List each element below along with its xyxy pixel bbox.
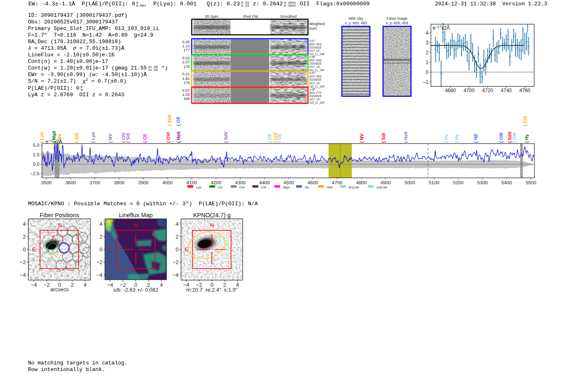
- svg-text:With Sky: With Sky: [348, 16, 363, 21]
- svg-text:4400: 4400: [259, 180, 270, 185]
- svg-text:0: 0: [23, 246, 26, 253]
- svg-text:4: 4: [160, 282, 163, 288]
- svg-text:0.21: 0.21: [182, 72, 190, 76]
- svg-text:{ NV: { NV: [359, 133, 364, 143]
- svg-text:176: 176: [183, 65, 190, 69]
- svg-text:2: 2: [23, 234, 26, 240]
- svg-text:−2: −2: [96, 259, 102, 265]
- svg-text:4000: 4000: [162, 180, 173, 185]
- svg-text:3700: 3700: [90, 180, 100, 185]
- svg-text:s/b: -2.63 +/- 0.082: s/b: -2.63 +/- 0.082: [113, 287, 158, 293]
- svg-text:v017_02: v017_02: [309, 98, 320, 101]
- svg-text:e−17x2Å: e−17x2Å: [432, 25, 450, 31]
- svg-text:1.13: 1.13: [182, 44, 190, 48]
- svg-text:4: 4: [23, 221, 26, 227]
- svg-text:x, y: 620, 453: x, y: 620, 453: [345, 21, 367, 25]
- svg-text:3500: 3500: [41, 180, 52, 185]
- svg-text:N: N: [58, 222, 62, 228]
- svg-text:Clean Image: Clean Image: [386, 16, 407, 21]
- svg-text:{ OIII: { OIII: [512, 132, 517, 143]
- svg-text:20200525: 20200525: [309, 95, 322, 97]
- svg-text:−2: −2: [44, 282, 50, 288]
- svg-text:0.22: 0.22: [182, 56, 190, 60]
- svg-text:(619, 462): (619, 462): [309, 75, 322, 78]
- svg-text:−4: −4: [96, 272, 102, 278]
- svg-text:{ NV: { NV: [108, 133, 113, 143]
- svg-text:3800: 3800: [114, 180, 125, 185]
- svg-text:Weighted: Weighted: [309, 22, 325, 26]
- svg-text:Sum: Sum: [309, 26, 317, 30]
- svg-text:{ SiIV: { SiIV: [507, 131, 512, 143]
- svg-text:1.82: 1.82: [182, 77, 190, 81]
- svg-text:v017_03: v017_03: [309, 65, 320, 69]
- svg-text:4800: 4800: [356, 180, 367, 185]
- svg-text:e−17x2Å: e−17x2Å: [46, 139, 62, 144]
- svg-text:(H)CaII: (H)CaII: [376, 186, 387, 189]
- svg-text:E: E: [109, 246, 112, 253]
- svg-text:{ OII: { OII: [176, 117, 181, 126]
- svg-text:2.07: 2.07: [182, 60, 190, 64]
- svg-text:3900: 3900: [138, 180, 149, 185]
- svg-text:177: 177: [183, 48, 190, 52]
- svg-text:5300: 5300: [477, 180, 488, 185]
- svg-text:Fiber Positions: Fiber Positions: [40, 212, 79, 218]
- svg-text:E: E: [185, 246, 188, 253]
- svg-text:Pixel Flat: Pixel Flat: [243, 14, 258, 19]
- svg-text:0: 0: [176, 246, 179, 253]
- svg-text:3600: 3600: [65, 180, 76, 185]
- svg-text:1.03: 1.03: [182, 93, 190, 97]
- svg-text:Lineflux Map: Lineflux Map: [119, 212, 153, 218]
- svg-text:2.5: 2.5: [33, 152, 39, 157]
- svg-text:176: 176: [183, 81, 190, 85]
- svg-text:4100: 4100: [186, 180, 197, 185]
- svg-text:5500: 5500: [526, 180, 537, 185]
- svg-text:4700: 4700: [332, 180, 343, 185]
- svg-text:2: 2: [426, 50, 429, 56]
- svg-text:{ CIII: { CIII: [523, 116, 527, 126]
- svg-text:4740: 4740: [501, 88, 512, 93]
- svg-text:−4: −4: [31, 282, 37, 288]
- svg-text:N: N: [210, 222, 214, 228]
- svg-text:Lyα: Lyα: [196, 186, 202, 189]
- svg-text:{ Hγ: { Hγ: [444, 134, 448, 143]
- svg-text:1.60": 1.60": [309, 88, 316, 91]
- svg-text:−4: −4: [107, 282, 113, 288]
- svg-text:{ Hβ: { Hβ: [473, 134, 478, 143]
- svg-text:{ Lyα: { Lyα: [91, 132, 95, 143]
- svg-text:196: 196: [183, 97, 190, 101]
- svg-text:4760: 4760: [519, 88, 530, 93]
- svg-text:0.97": 0.97": [309, 72, 316, 74]
- svg-text:4: 4: [84, 282, 86, 288]
- svg-text:{ OII: { OII: [277, 134, 282, 143]
- svg-text:4720: 4720: [482, 88, 493, 93]
- svg-text:m:20.7 re:2.4" s:1.0": m:20.7 re:2.4" s:1.0": [186, 287, 238, 293]
- svg-text:0.07: 0.07: [182, 88, 190, 93]
- svg-text:4200: 4200: [211, 180, 221, 185]
- svg-text:CIV: CIV: [239, 186, 245, 189]
- svg-text:20200525: 20200525: [309, 62, 322, 65]
- svg-text:4700: 4700: [464, 88, 475, 93]
- svg-text:4680: 4680: [445, 88, 456, 93]
- svg-text:−2: −2: [20, 259, 26, 265]
- svg-text:{ Hγ: { Hγ: [524, 134, 529, 143]
- svg-text:MgII: MgII: [283, 186, 290, 189]
- svg-text:x, y: 620, 453: x, y: 620, 453: [386, 21, 408, 25]
- svg-text:−2.5: −2.5: [30, 171, 39, 176]
- svg-text:arcsecs: arcsecs: [50, 286, 69, 292]
- svg-text:4300: 4300: [235, 180, 246, 185]
- svg-text:N: N: [134, 222, 138, 228]
- svg-text:5400: 5400: [502, 180, 512, 185]
- svg-text:{ HeII: { HeII: [176, 132, 181, 143]
- svg-text:(620, 453): (620, 453): [309, 43, 322, 46]
- svg-text:{ SiII: { SiII: [125, 133, 130, 143]
- svg-text:5.0: 5.0: [33, 143, 39, 148]
- svg-text:(619, 462): (619, 462): [309, 59, 322, 62]
- svg-text:0.67": 0.67": [309, 39, 316, 42]
- svg-text:Hγ: Hγ: [305, 186, 309, 189]
- svg-text:2: 2: [71, 282, 74, 288]
- svg-text:(K)CaII: (K)CaII: [349, 186, 359, 189]
- svg-text:5200: 5200: [453, 180, 464, 185]
- svg-text:Smoothed: Smoothed: [280, 14, 297, 19]
- svg-text:−2: −2: [172, 259, 179, 265]
- svg-text:KPNO(24.7) g: KPNO(24.7) g: [193, 212, 230, 218]
